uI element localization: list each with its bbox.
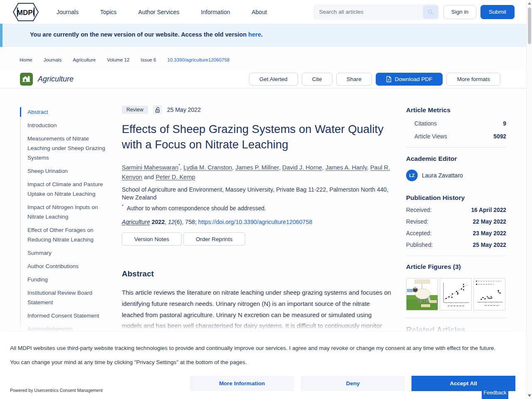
article-buttons: Version Notes Order Reprints: [122, 232, 394, 246]
svg-text:A: A: [388, 79, 389, 81]
publication-history-title: Publication History: [406, 194, 506, 202]
article-figures-block: Article Figures (3): [406, 263, 506, 310]
toc-item-author-contributions[interactable]: Author Contributions: [21, 261, 108, 271]
cookie-text-line1: All MDPI websites use third-party websit…: [10, 345, 495, 351]
divider: [406, 147, 506, 148]
scatter-figure-icon: [440, 278, 471, 310]
article-toc: Abstract Introduction Measurements of Ni…: [20, 107, 108, 337]
affiliation: School of Agriculture and Environment, M…: [122, 186, 394, 202]
deny-button[interactable]: Deny: [301, 376, 405, 391]
main-nav: Journals Topics Author Services Informat…: [57, 9, 267, 15]
cite-button[interactable]: Cite: [302, 73, 332, 86]
article-figures-title: Article Figures (3): [406, 263, 506, 271]
mdpi-logo[interactable]: MDPI: [12, 2, 39, 22]
editor-avatar[interactable]: LZ: [406, 170, 418, 181]
figure-thumbnail-scatter-plot[interactable]: [440, 278, 472, 310]
download-pdf-button[interactable]: A Download PDF: [376, 73, 443, 86]
toc-item-impact-nitrogen[interactable]: Impact of Nitrogen Inputs on Nitrate Lea…: [21, 202, 108, 222]
nav-information[interactable]: Information: [201, 9, 230, 15]
nav-author-services[interactable]: Author Services: [138, 9, 180, 15]
breadcrumb-home[interactable]: Home: [20, 57, 32, 62]
toc-item-sheep-urination[interactable]: Sheep Urination: [21, 166, 108, 176]
divider: [406, 256, 506, 256]
figure-thumbnails: [406, 278, 506, 310]
figure-thumbnail-sheep-diagram[interactable]: [406, 278, 438, 310]
toc-item-funding[interactable]: Funding: [21, 275, 108, 284]
citations-value: 9: [503, 121, 506, 127]
figure-thumbnail-scatter-legend-plot[interactable]: [473, 278, 505, 310]
more-formats-button[interactable]: More formats: [446, 73, 500, 86]
scroll-up-arrow-icon[interactable]: [528, 2, 531, 5]
page-scrollbar[interactable]: [526, 0, 532, 399]
download-pdf-label: Download PDF: [395, 76, 433, 82]
journal-name[interactable]: Agriculture: [38, 75, 74, 84]
publication-history-block: Publication History Received: 16 April 2…: [406, 194, 506, 248]
share-button[interactable]: Share: [336, 73, 372, 86]
correspondence-note: *Author to whom correspondence should be…: [122, 204, 394, 212]
editor-row: LZ Laura Zavattaro: [406, 170, 506, 181]
history-row-published: Published: 25 May 2022: [406, 242, 506, 248]
breadcrumb-issue[interactable]: Issue 6: [140, 57, 156, 62]
submit-button[interactable]: Submit: [480, 5, 515, 19]
author-link[interactable]: Sarmini Maheswaran: [122, 164, 178, 171]
author-link[interactable]: James P. Millner: [235, 164, 279, 171]
toc-item-abstract[interactable]: Abstract: [21, 107, 108, 117]
toc-item-informed-consent[interactable]: Informed Consent Statement: [21, 311, 108, 320]
abstract-heading: Abstract: [122, 269, 394, 278]
breadcrumb-agriculture[interactable]: Agriculture: [73, 57, 96, 62]
nav-about[interactable]: About: [251, 9, 267, 15]
accepted-value: 23 May 2022: [473, 230, 506, 236]
citations-label: Citations: [414, 121, 437, 127]
toc-item-measurements[interactable]: Measurements of Nitrate Leaching under S…: [21, 134, 108, 163]
breadcrumb-volume[interactable]: Volume 12: [107, 57, 129, 62]
doi-link[interactable]: https://doi.org/10.3390/agriculture12060…: [198, 219, 313, 225]
metric-row-citations: Citations 9: [406, 121, 506, 127]
author-separator: ,: [367, 164, 370, 171]
breadcrumb-journals[interactable]: Journals: [44, 57, 62, 62]
old-version-link[interactable]: here: [248, 31, 261, 38]
nav-topics[interactable]: Topics: [100, 9, 117, 15]
correspondence-text: Author to whom correspondence should be …: [127, 205, 266, 211]
order-reprints-button[interactable]: Order Reprints: [183, 232, 245, 246]
history-row-accepted: Accepted: 23 May 2022: [406, 230, 506, 236]
citation-journal-link[interactable]: Agriculture: [122, 219, 150, 225]
author-link[interactable]: James A. Hanly: [325, 164, 367, 171]
breadcrumb-doi-link[interactable]: 10.3390/agriculture12060758: [167, 57, 230, 62]
article-metrics-title: Article Metrics: [406, 106, 506, 114]
agriculture-journal-icon[interactable]: [20, 73, 33, 86]
more-information-button[interactable]: More Information: [190, 376, 294, 391]
notice-text: You are currently on the new version of …: [30, 31, 263, 38]
breadcrumb: Home Journals Agriculture Volume 12 Issu…: [20, 57, 229, 62]
author-link[interactable]: Lydia M. Cranston: [183, 164, 232, 171]
top-header: MDPI Journals Topics Author Services Inf…: [0, 0, 526, 24]
sheep-figure-icon: [406, 278, 438, 310]
abstract-text: This article reviews the literature on n…: [122, 287, 392, 331]
feedback-button[interactable]: Feedback: [482, 386, 508, 399]
metric-row-views: Article Views 5092: [406, 133, 506, 140]
toc-item-irb-statement[interactable]: Institutional Review Board Statement: [21, 288, 108, 307]
received-value: 16 April 2022: [471, 207, 506, 213]
get-alerted-button[interactable]: Get Alerted: [249, 73, 298, 86]
search-button[interactable]: [423, 5, 438, 19]
svg-text:MDPI: MDPI: [17, 9, 35, 17]
scroll-down-arrow-icon[interactable]: [528, 394, 531, 397]
search-icon: [428, 9, 433, 15]
author-link[interactable]: David J. Horne: [282, 164, 322, 171]
scrollbar-thumb[interactable]: [528, 7, 531, 44]
version-notes-button[interactable]: Version Notes: [122, 232, 182, 246]
published-label: Published:: [406, 242, 433, 248]
toc-item-introduction[interactable]: Introduction: [21, 121, 108, 130]
academic-editor-title: Academic Editor: [406, 155, 506, 163]
search-input[interactable]: [319, 9, 423, 15]
toc-item-other-forages[interactable]: Effect of Other Forages on Reducing Nitr…: [21, 225, 108, 244]
editor-name[interactable]: Laura Zavattaro: [422, 172, 463, 179]
author-link[interactable]: Peter D. Kemp: [155, 174, 195, 180]
toc-item-summary[interactable]: Summary: [21, 248, 108, 258]
author-list: Sarmini Maheswaran*, Lydia M. Cranston, …: [122, 161, 394, 182]
publish-date: 25 May 2022: [167, 106, 201, 113]
sign-in-button[interactable]: Sign in: [443, 5, 476, 19]
divider: [406, 318, 506, 318]
nav-journals[interactable]: Journals: [57, 9, 79, 15]
toc-item-impact-climate[interactable]: Impact of Climate and Pasture Uptake on …: [21, 180, 108, 199]
citation-issue-pages: (6), 758;: [175, 219, 198, 225]
